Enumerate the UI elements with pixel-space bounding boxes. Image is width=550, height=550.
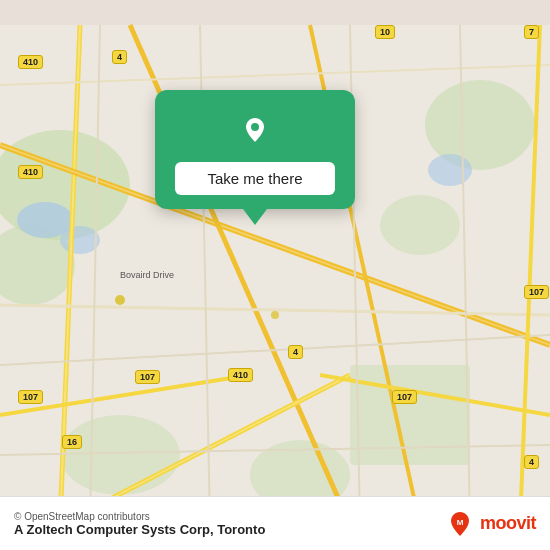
road-badge-410-mid: 410: [18, 165, 43, 179]
road-badge-107-far-right: 107: [524, 285, 549, 299]
take-me-there-button[interactable]: Take me there: [175, 162, 335, 195]
moovit-text: moovit: [480, 513, 536, 534]
moovit-logo: M moovit: [446, 510, 536, 538]
map-container: 410 4 10 7 410 107 107 16 410 4 107 4 10…: [0, 0, 550, 550]
popup-card: Take me there: [155, 90, 355, 209]
map-svg: [0, 0, 550, 550]
osm-attribution: © OpenStreetMap contributors: [14, 511, 265, 522]
bottom-bar: © OpenStreetMap contributors A Zoltech C…: [0, 496, 550, 550]
road-badge-4-mid: 4: [288, 345, 303, 359]
moovit-icon: M: [446, 510, 474, 538]
svg-point-4: [380, 195, 460, 255]
svg-point-30: [115, 295, 125, 305]
svg-point-6: [60, 415, 180, 495]
svg-point-10: [428, 154, 472, 186]
location-name: A Zoltech Computer Systs Corp, Toronto: [14, 522, 265, 537]
road-badge-107-mid-left: 107: [135, 370, 160, 384]
road-badge-4-bot: 4: [524, 455, 539, 469]
svg-point-33: [251, 123, 259, 131]
road-badge-410-top: 410: [18, 55, 43, 69]
svg-point-31: [271, 311, 279, 319]
bovaird-drive-label: Bovaird Drive: [120, 270, 174, 280]
popup-arrow: [243, 209, 267, 225]
road-badge-10: 10: [375, 25, 395, 39]
svg-point-9: [60, 226, 100, 254]
road-badge-7: 7: [524, 25, 539, 39]
bottom-left: © OpenStreetMap contributors A Zoltech C…: [14, 511, 265, 537]
svg-text:M: M: [457, 518, 464, 527]
location-pin-icon: [233, 108, 277, 152]
road-badge-107-left: 107: [18, 390, 43, 404]
road-badge-4-top: 4: [112, 50, 127, 64]
road-badge-107-right: 107: [392, 390, 417, 404]
svg-rect-5: [350, 365, 470, 465]
road-badge-410-bot: 410: [228, 368, 253, 382]
road-badge-16: 16: [62, 435, 82, 449]
